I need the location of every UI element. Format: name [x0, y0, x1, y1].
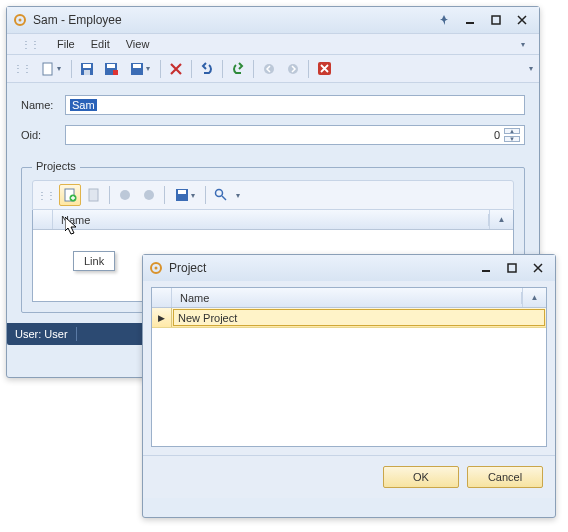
- titlebar[interactable]: Sam - Employee: [7, 7, 539, 12]
- employee-window: Sam - Employee ⋮⋮ File Edit View ▾ ⋮⋮ ▾ …: [6, 6, 540, 12]
